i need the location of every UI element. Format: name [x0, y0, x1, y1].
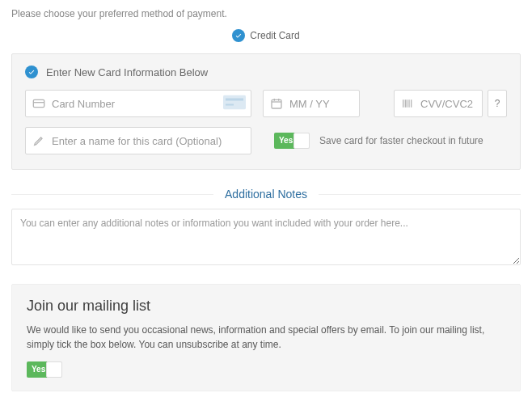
svg-rect-0: [33, 99, 44, 107]
svg-rect-3: [226, 99, 243, 101]
cvv-input[interactable]: [420, 98, 475, 110]
card-name-input[interactable]: [52, 135, 244, 147]
mailing-toggle[interactable]: Yes: [27, 361, 62, 378]
pencil-icon: [32, 134, 45, 147]
panel-title: Enter New Card Information Below: [46, 66, 208, 78]
cvv-field[interactable]: [394, 90, 483, 117]
mailing-list-panel: Join our mailing list We would like to s…: [11, 284, 521, 391]
credit-card-option[interactable]: Credit Card: [232, 29, 299, 42]
card-number-field[interactable]: [25, 90, 251, 117]
notes-textarea[interactable]: [11, 209, 521, 265]
mailing-heading: Join our mailing list: [27, 298, 505, 315]
check-icon: [25, 66, 38, 78]
cvv-help-button[interactable]: ?: [488, 90, 507, 117]
svg-rect-4: [226, 104, 234, 106]
svg-rect-2: [223, 95, 246, 110]
svg-rect-5: [272, 99, 281, 108]
payment-intro: Please choose your preferred method of p…: [11, 8, 521, 19]
payment-method-row: Credit Card: [11, 29, 521, 42]
credit-card-icon: [32, 97, 45, 110]
mailing-body: We would like to send you occasional new…: [27, 323, 505, 352]
barcode-icon: [401, 97, 414, 110]
toggle-knob: [46, 361, 62, 378]
notes-divider: Additional Notes: [11, 188, 521, 201]
notes-heading: Additional Notes: [213, 188, 319, 201]
expiry-field[interactable]: [263, 90, 360, 117]
card-number-input[interactable]: [52, 98, 244, 110]
card-name-field[interactable]: [25, 127, 251, 154]
save-card-text: Save card for faster checkout in future: [319, 135, 483, 146]
credit-card-label: Credit Card: [250, 30, 299, 41]
card-brand-icon: [223, 95, 246, 112]
radio-checked-icon: [232, 29, 245, 42]
toggle-knob: [293, 133, 310, 149]
new-card-panel: Enter New Card Information Below ?: [11, 53, 521, 170]
calendar-icon: [270, 97, 283, 110]
save-card-toggle[interactable]: Yes: [274, 133, 310, 149]
expiry-input[interactable]: [289, 98, 353, 110]
